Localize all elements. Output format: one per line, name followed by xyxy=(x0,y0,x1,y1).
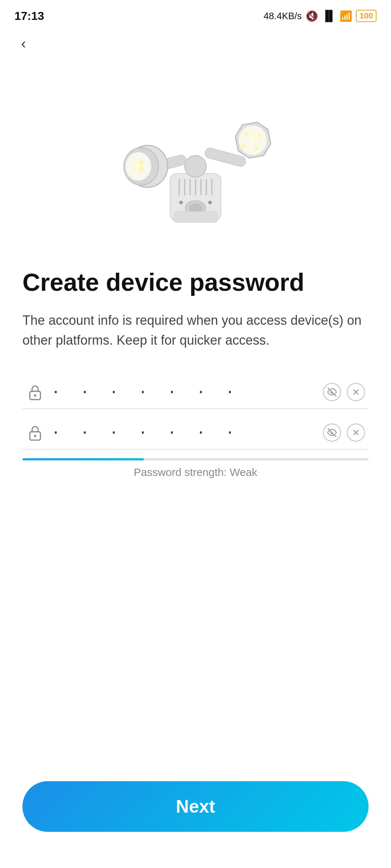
svg-point-27 xyxy=(257,134,261,138)
password-strength-container: Password strength: Weak xyxy=(22,458,369,478)
password-field-2-wrapper: · · · · · · · xyxy=(22,416,369,478)
floodlight-image xyxy=(105,69,286,242)
svg-point-31 xyxy=(241,144,245,148)
svg-point-32 xyxy=(240,137,245,141)
mute-icon: 🔇 xyxy=(306,10,318,22)
back-chevron-icon: ‹ xyxy=(21,36,26,51)
lock-icon-1 xyxy=(26,383,44,401)
password-field-2[interactable]: · · · · · · · xyxy=(22,416,369,450)
field-2-actions xyxy=(323,424,365,442)
svg-point-26 xyxy=(251,131,255,135)
svg-point-28 xyxy=(258,141,263,145)
next-button[interactable]: Next xyxy=(22,781,369,832)
eye-slash-icon-2 xyxy=(327,427,337,438)
page-description: The account info is required when you ac… xyxy=(22,310,369,351)
next-button-label: Next xyxy=(176,796,215,817)
strength-bar-background xyxy=(22,458,369,460)
svg-point-11 xyxy=(208,201,212,204)
strength-bar-fill xyxy=(22,458,144,460)
network-speed: 48.4KB/s xyxy=(264,10,302,22)
status-icons: 48.4KB/s 🔇 ▐▌ 📶 100 xyxy=(264,10,377,22)
svg-point-9 xyxy=(189,203,202,213)
battery-indicator: 100 xyxy=(356,10,377,22)
strength-label: Password strength: Weak xyxy=(22,466,369,478)
svg-point-37 xyxy=(34,394,36,396)
svg-point-41 xyxy=(34,435,36,437)
clear-field-2[interactable] xyxy=(347,424,365,442)
password-field-1-wrapper: · · · · · · · xyxy=(22,376,369,409)
password-dots-2: · · · · · · · xyxy=(51,424,323,441)
password-field-1[interactable]: · · · · · · · xyxy=(22,376,369,409)
svg-point-10 xyxy=(179,201,183,204)
wifi-icon: 📶 xyxy=(340,10,352,22)
svg-point-30 xyxy=(247,147,251,152)
clear-field-1[interactable] xyxy=(347,383,365,401)
x-icon-2 xyxy=(351,428,361,437)
status-bar: 17:13 48.4KB/s 🔇 ▐▌ 📶 100 xyxy=(0,0,391,25)
toggle-visibility-1[interactable] xyxy=(323,383,341,401)
svg-point-12 xyxy=(185,156,206,177)
x-icon-1 xyxy=(351,387,361,397)
next-button-container: Next xyxy=(22,781,369,832)
svg-rect-35 xyxy=(174,212,217,222)
back-button[interactable]: ‹ xyxy=(11,31,36,56)
password-dots-1: · · · · · · · xyxy=(51,384,323,400)
content-area: Create device password The account info … xyxy=(0,250,391,478)
svg-point-22 xyxy=(135,163,140,168)
lock-icon-2 xyxy=(26,424,44,442)
signal-icon: ▐▌ xyxy=(322,10,336,22)
svg-point-34 xyxy=(250,138,256,144)
device-image-area xyxy=(0,61,391,250)
svg-point-33 xyxy=(245,132,249,136)
toggle-visibility-2[interactable] xyxy=(323,424,341,442)
page-title: Create device password xyxy=(22,268,369,297)
status-time: 17:13 xyxy=(14,9,44,23)
eye-slash-icon-1 xyxy=(327,387,337,397)
field-1-actions xyxy=(323,383,365,401)
svg-point-29 xyxy=(254,146,258,150)
